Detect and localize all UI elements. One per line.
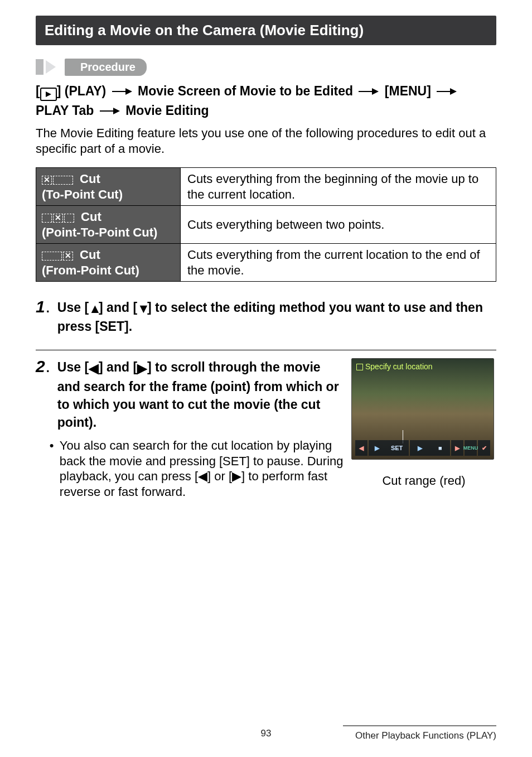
row-header: Cut (Point-To-Point Cut) bbox=[36, 206, 181, 244]
right-key-icon: ▶ bbox=[137, 359, 147, 377]
set-label: SET bbox=[391, 445, 403, 452]
step-2-preview: Specify cut location ◀ ▶ SET ▶ ■ ▶ bbox=[351, 358, 496, 489]
step-2-text-b: ] and [ bbox=[99, 360, 137, 374]
page-number: 93 bbox=[189, 727, 342, 739]
row-header: Cut (To-Point Cut) bbox=[36, 168, 181, 206]
step-1: 1. Use [▲] and [▼] to select the editing… bbox=[36, 298, 496, 335]
step-1-text-a: Use [ bbox=[57, 300, 89, 315]
table-row: Cut (To-Point Cut) Cuts everything from … bbox=[36, 168, 496, 206]
path-line2: PLAY Tab bbox=[36, 103, 98, 118]
forward-end-icon: ▶ bbox=[451, 440, 463, 456]
step-2: 2. Use [◀] and [▶] to scroll through the… bbox=[36, 358, 496, 499]
path-seg1: Movie Screen of Movie to be Edited bbox=[134, 84, 357, 98]
row-desc: Cuts everything from the current locatio… bbox=[181, 244, 496, 282]
steps-list-2: 2. Use [◀] and [▶] to scroll through the… bbox=[36, 358, 496, 499]
preview-top-label-text: Specify cut location bbox=[365, 362, 433, 372]
left-key-icon: ◀ bbox=[89, 359, 99, 377]
row-desc: Cuts everything from the beginning of th… bbox=[181, 168, 496, 206]
row-header: Cut (From-Point Cut) bbox=[36, 244, 181, 282]
preview-caption: Cut range (red) bbox=[351, 473, 496, 489]
steps-list: 1. Use [▲] and [▼] to select the editing… bbox=[36, 298, 496, 335]
path-play-word: ] (PLAY) bbox=[57, 84, 110, 98]
segment-icon bbox=[42, 252, 73, 261]
table-row: Cut (From-Point Cut) Cuts everything fro… bbox=[36, 244, 496, 282]
down-key-icon: ▼ bbox=[137, 300, 147, 317]
row-desc: Cuts everything between two points. bbox=[181, 206, 496, 244]
table-row: Cut (Point-To-Point Cut) Cuts everything… bbox=[36, 206, 496, 244]
path-open-bracket: [ bbox=[36, 84, 40, 98]
section-title: Editing a Movie on the Camera (Movie Edi… bbox=[45, 22, 364, 38]
procedure-row: Procedure bbox=[36, 59, 496, 76]
step-1-text-b: ] and [ bbox=[99, 300, 137, 315]
row-sub: (Point-To-Point Cut) bbox=[42, 225, 157, 239]
row-title: Cut bbox=[78, 210, 101, 224]
arrow-right-icon bbox=[359, 88, 379, 95]
confirm-icon: ✔ bbox=[478, 440, 490, 456]
menu-label: MENU bbox=[465, 440, 477, 456]
stop-icon: ■ bbox=[438, 445, 442, 452]
cut-options-table: Cut (To-Point Cut) Cuts everything from … bbox=[36, 167, 496, 282]
step-2-bullet-text: You also can search for the cut location… bbox=[60, 438, 344, 499]
step-2-text-a: Use [ bbox=[57, 360, 89, 374]
up-key-icon: ▲ bbox=[89, 300, 99, 317]
forward-icon: ▶ bbox=[418, 445, 422, 452]
preview-top-label: Specify cut location bbox=[356, 362, 433, 372]
play-icon bbox=[40, 88, 57, 101]
arrow-right-icon bbox=[100, 108, 120, 114]
rewind-icon: ◀ bbox=[355, 440, 367, 456]
path-seg2: [MENU] bbox=[381, 84, 434, 98]
ff-stop-group: ▶ ■ bbox=[410, 440, 450, 456]
segment-icon bbox=[42, 176, 73, 185]
movie-preview: Specify cut location ◀ ▶ SET ▶ ■ ▶ bbox=[351, 358, 494, 460]
procedure-marker-icon bbox=[36, 59, 43, 75]
row-sub: (From-Point Cut) bbox=[42, 263, 139, 277]
segment-icon bbox=[42, 214, 74, 223]
procedure-path: [] (PLAY) Movie Screen of Movie to be Ed… bbox=[36, 81, 496, 120]
footer-rule bbox=[343, 725, 496, 726]
path-seg4: Movie Editing bbox=[122, 103, 209, 118]
step-2-text: Use [◀] and [▶] to scroll through the mo… bbox=[57, 360, 339, 430]
intro-text: The Movie Editing feature lets you use o… bbox=[36, 126, 496, 156]
preview-controls: ◀ ▶ SET ▶ ■ ▶ MENU ✔ bbox=[355, 440, 490, 456]
checkbox-icon bbox=[356, 364, 363, 370]
section-header: Editing a Movie on the Camera (Movie Edi… bbox=[36, 16, 496, 45]
step-number: 2. bbox=[36, 358, 50, 375]
row-sub: (To-Point Cut) bbox=[42, 187, 123, 201]
step-2-bullet: • You also can search for the cut locati… bbox=[57, 438, 344, 499]
arrow-right-icon bbox=[112, 88, 132, 95]
bullet-dot-icon: • bbox=[50, 438, 54, 454]
arrow-right-icon bbox=[437, 88, 457, 95]
step-1-text: Use [▲] and [▼] to select the editing me… bbox=[57, 300, 483, 334]
footer-section: Other Playback Functions (PLAY) bbox=[355, 730, 496, 741]
play-icon: ▶ bbox=[375, 445, 379, 452]
page-footer: 93 Other Playback Functions (PLAY) bbox=[36, 725, 496, 741]
row-title: Cut bbox=[76, 172, 100, 186]
play-set-group: ▶ SET bbox=[369, 440, 409, 456]
step-number: 1. bbox=[36, 298, 50, 315]
step-divider bbox=[36, 350, 496, 350]
procedure-label: Procedure bbox=[65, 59, 147, 76]
row-title: Cut bbox=[76, 248, 100, 262]
